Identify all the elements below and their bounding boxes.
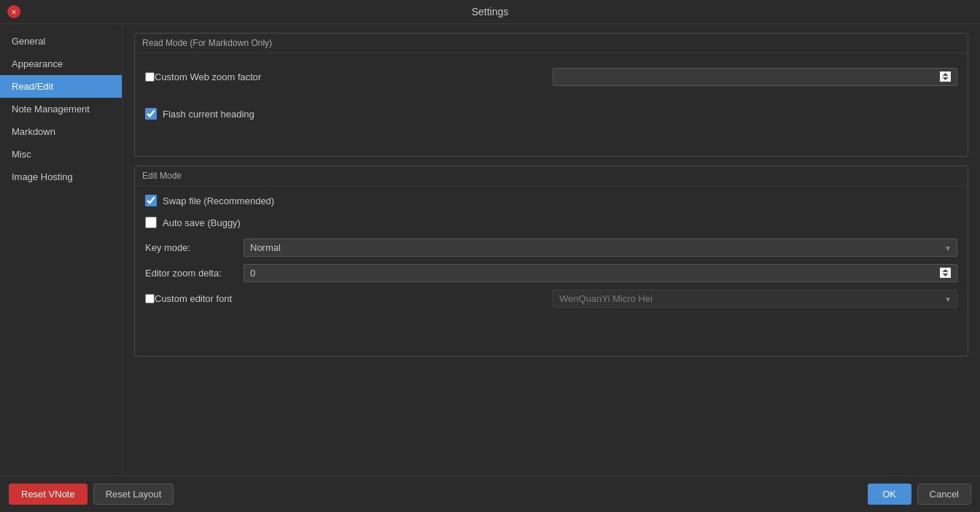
swap-file-label: Swap file (Recommended) xyxy=(163,195,274,206)
custom-web-zoom-input-wrapper xyxy=(553,68,957,86)
custom-web-zoom-label: Custom Web zoom factor xyxy=(155,71,261,82)
title-bar: × Settings xyxy=(0,0,980,24)
editor-zoom-delta-label: Editor zoom delta: xyxy=(145,268,244,279)
sidebar-item-markdown[interactable]: Markdown xyxy=(0,120,122,143)
sidebar-item-image-hosting[interactable]: Image Hosting xyxy=(0,166,122,188)
read-mode-section: Read Mode (For Markdown Only) Custom Web… xyxy=(134,33,968,157)
bottom-bar-right: OK Cancel xyxy=(868,484,971,505)
flash-current-heading-row: Flash current heading xyxy=(145,108,957,120)
custom-editor-font-left: Custom editor font xyxy=(145,293,553,304)
main-layout: General Appearance Read/Edit Note Manage… xyxy=(0,24,980,476)
key-mode-row: Key mode: Normal Vim Emacs xyxy=(145,238,957,257)
custom-web-zoom-left: Custom Web zoom factor xyxy=(145,71,553,82)
swap-file-checkbox[interactable] xyxy=(145,195,157,206)
custom-web-zoom-checkbox[interactable] xyxy=(145,72,155,82)
custom-web-zoom-row: Custom Web zoom factor xyxy=(145,68,957,86)
edit-mode-section-header: Edit Mode xyxy=(135,166,968,186)
read-mode-section-header: Read Mode (For Markdown Only) xyxy=(135,34,968,53)
custom-editor-font-select[interactable]: WenQuanYi Micro Hei xyxy=(553,290,957,308)
reset-layout-button[interactable]: Reset Layout xyxy=(93,484,174,505)
sidebar-item-misc[interactable]: Misc xyxy=(0,143,122,166)
ok-button[interactable]: OK xyxy=(868,484,911,505)
auto-save-label: Auto save (Buggy) xyxy=(163,217,241,228)
cancel-button[interactable]: Cancel xyxy=(917,484,971,505)
sidebar-item-note-management[interactable]: Note Management xyxy=(0,98,122,120)
sidebar-item-read-edit[interactable]: Read/Edit xyxy=(0,75,122,98)
flash-current-heading-label: Flash current heading xyxy=(163,109,254,120)
custom-editor-font-row: Custom editor font WenQuanYi Micro Hei xyxy=(145,290,957,308)
custom-editor-font-checkbox[interactable] xyxy=(145,294,155,303)
content-area: Read Mode (For Markdown Only) Custom Web… xyxy=(122,24,980,476)
close-button[interactable]: × xyxy=(7,5,20,18)
key-mode-label: Key mode: xyxy=(145,242,244,253)
close-icon: × xyxy=(12,7,16,16)
swap-file-row: Swap file (Recommended) xyxy=(145,195,957,206)
auto-save-checkbox[interactable] xyxy=(145,217,157,228)
custom-editor-font-select-wrapper: WenQuanYi Micro Hei xyxy=(553,290,957,308)
auto-save-row: Auto save (Buggy) xyxy=(145,217,957,228)
sidebar-item-general[interactable]: General xyxy=(0,30,122,53)
flash-current-heading-checkbox[interactable] xyxy=(145,108,157,120)
editor-zoom-delta-row: Editor zoom delta: xyxy=(145,264,957,282)
sidebar-item-appearance[interactable]: Appearance xyxy=(0,53,122,75)
custom-web-zoom-input[interactable] xyxy=(553,68,957,86)
custom-editor-font-label: Custom editor font xyxy=(155,293,232,304)
key-mode-select[interactable]: Normal Vim Emacs xyxy=(244,238,957,257)
edit-mode-section-body: Swap file (Recommended) Auto save (Buggy… xyxy=(135,186,968,356)
read-mode-section-body: Custom Web zoom factor Flash current hea… xyxy=(135,53,968,156)
editor-zoom-delta-input[interactable] xyxy=(244,264,957,282)
sidebar: General Appearance Read/Edit Note Manage… xyxy=(0,24,122,476)
bottom-bar: Reset VNote Reset Layout OK Cancel xyxy=(0,476,980,512)
reset-vnote-button[interactable]: Reset VNote xyxy=(9,484,88,505)
window-title: Settings xyxy=(472,6,509,18)
key-mode-select-wrapper: Normal Vim Emacs xyxy=(244,238,957,257)
edit-mode-section: Edit Mode Swap file (Recommended) Auto s… xyxy=(134,166,968,357)
bottom-bar-left: Reset VNote Reset Layout xyxy=(9,484,868,505)
editor-zoom-delta-control xyxy=(244,264,957,282)
